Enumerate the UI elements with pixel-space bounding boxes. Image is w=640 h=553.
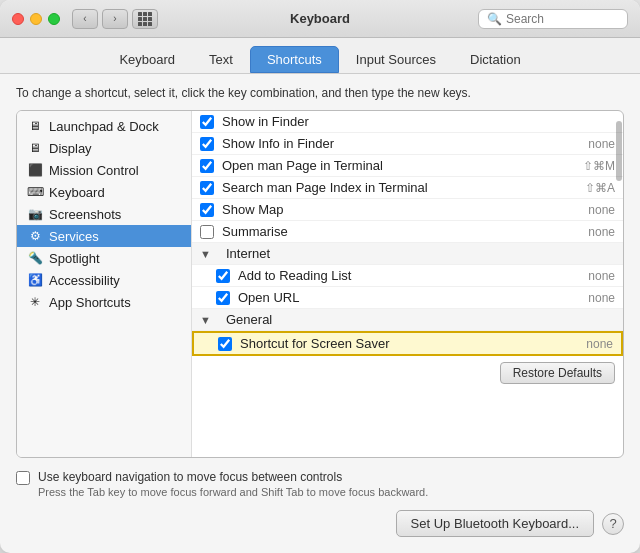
keyboard-nav-row: Use keyboard navigation to move focus be…	[16, 470, 624, 498]
sidebar-item-keyboard[interactable]: ⌨ Keyboard	[17, 181, 191, 203]
content: To change a shortcut, select it, click t…	[0, 74, 640, 553]
sidebar-item-label: Display	[49, 141, 92, 156]
sidebar-item-label: App Shortcuts	[49, 295, 131, 310]
scrollbar-track[interactable]	[615, 111, 623, 457]
section-header-general: ▼ General	[192, 309, 623, 331]
tab-text[interactable]: Text	[192, 46, 250, 73]
sidebar-item-label: Mission Control	[49, 163, 139, 178]
back-button[interactable]: ‹	[72, 9, 98, 29]
sidebar-item-screenshots[interactable]: 📷 Screenshots	[17, 203, 191, 225]
shortcut-key: none	[588, 137, 615, 151]
traffic-lights	[12, 13, 60, 25]
grid-icon	[138, 12, 152, 26]
shortcut-key: ⇧⌘A	[585, 181, 615, 195]
sidebar-item-label: Screenshots	[49, 207, 121, 222]
sidebar-item-label: Accessibility	[49, 273, 120, 288]
restore-defaults-button[interactable]: Restore Defaults	[500, 362, 615, 384]
shortcut-key: ⇧⌘M	[583, 159, 615, 173]
spotlight-icon: 🔦	[27, 250, 43, 266]
search-box[interactable]: 🔍	[478, 9, 628, 29]
shortcut-checkbox[interactable]	[216, 291, 230, 305]
table-row[interactable]: Show Info in Finder none	[192, 133, 623, 155]
section-label: General	[222, 312, 272, 327]
tabs-bar: Keyboard Text Shortcuts Input Sources Di…	[0, 38, 640, 74]
table-row[interactable]: Show Map none	[192, 199, 623, 221]
keyboard-nav-text-group: Use keyboard navigation to move focus be…	[38, 470, 428, 498]
shortcut-checkbox[interactable]	[200, 115, 214, 129]
sidebar-item-label: Launchpad & Dock	[49, 119, 159, 134]
shortcuts-pane: Show in Finder Show Info in Finder none …	[192, 111, 623, 457]
shortcut-checkbox[interactable]	[200, 181, 214, 195]
shortcut-checkbox[interactable]	[200, 203, 214, 217]
table-row[interactable]: Open URL none	[192, 287, 623, 309]
shortcut-key: none	[586, 337, 613, 351]
shortcut-name: Show Map	[222, 202, 580, 217]
forward-button[interactable]: ›	[102, 9, 128, 29]
tab-dictation[interactable]: Dictation	[453, 46, 538, 73]
shortcut-checkbox[interactable]	[216, 269, 230, 283]
shortcut-name: Shortcut for Screen Saver	[240, 336, 578, 351]
screenshots-icon: 📷	[27, 206, 43, 222]
mission-control-icon: ⬛	[27, 162, 43, 178]
setup-bluetooth-button[interactable]: Set Up Bluetooth Keyboard...	[396, 510, 594, 537]
section-header-internet: ▼ Internet	[192, 243, 623, 265]
titlebar: ‹ › Keyboard 🔍	[0, 0, 640, 38]
shortcut-name: Open URL	[238, 290, 580, 305]
shortcut-checkbox[interactable]	[200, 225, 214, 239]
sidebar-item-accessibility[interactable]: ♿ Accessibility	[17, 269, 191, 291]
tab-shortcuts[interactable]: Shortcuts	[250, 46, 339, 73]
sidebar: 🖥 Launchpad & Dock 🖥 Display ⬛ Mission C…	[17, 111, 192, 457]
shortcut-checkbox[interactable]	[200, 159, 214, 173]
footer-row: Set Up Bluetooth Keyboard... ?	[16, 504, 624, 537]
tab-input-sources[interactable]: Input Sources	[339, 46, 453, 73]
sidebar-item-mission-control[interactable]: ⬛ Mission Control	[17, 159, 191, 181]
maximize-button[interactable]	[48, 13, 60, 25]
scrollbar-thumb[interactable]	[616, 121, 622, 181]
table-row[interactable]: Show in Finder	[192, 111, 623, 133]
sidebar-item-services[interactable]: ⚙ Services	[17, 225, 191, 247]
sidebar-item-app-shortcuts[interactable]: ✳ App Shortcuts	[17, 291, 191, 313]
close-button[interactable]	[12, 13, 24, 25]
shortcut-name: Add to Reading List	[238, 268, 580, 283]
shortcut-checkbox[interactable]	[200, 137, 214, 151]
shortcut-name: Search man Page Index in Terminal	[222, 180, 577, 195]
keyboard-nav-label: Use keyboard navigation to move focus be…	[38, 470, 428, 484]
minimize-button[interactable]	[30, 13, 42, 25]
table-row[interactable]: Shortcut for Screen Saver none	[192, 331, 623, 356]
sidebar-item-label: Spotlight	[49, 251, 100, 266]
shortcut-name: Show in Finder	[222, 114, 607, 129]
hint-text: To change a shortcut, select it, click t…	[16, 86, 624, 100]
sidebar-item-spotlight[interactable]: 🔦 Spotlight	[17, 247, 191, 269]
search-icon: 🔍	[487, 12, 502, 26]
table-row[interactable]: Summarise none	[192, 221, 623, 243]
shortcut-key: none	[588, 203, 615, 217]
section-collapse-icon[interactable]: ▼	[200, 314, 222, 326]
bottom-area: Use keyboard navigation to move focus be…	[16, 458, 624, 541]
window: ‹ › Keyboard 🔍 Keyboard Text Shortcuts I…	[0, 0, 640, 553]
display-icon: 🖥	[27, 140, 43, 156]
section-collapse-icon[interactable]: ▼	[200, 248, 222, 260]
app-shortcuts-icon: ✳	[27, 294, 43, 310]
sidebar-item-display[interactable]: 🖥 Display	[17, 137, 191, 159]
shortcut-checkbox[interactable]	[218, 337, 232, 351]
services-icon: ⚙	[27, 228, 43, 244]
nav-buttons: ‹ ›	[72, 9, 128, 29]
main-area: 🖥 Launchpad & Dock 🖥 Display ⬛ Mission C…	[16, 110, 624, 458]
keyboard-nav-checkbox[interactable]	[16, 471, 30, 485]
table-row[interactable]: Add to Reading List none	[192, 265, 623, 287]
shortcut-key: none	[588, 225, 615, 239]
launchpad-icon: 🖥	[27, 118, 43, 134]
window-title: Keyboard	[290, 11, 350, 26]
table-row[interactable]: Open man Page in Terminal ⇧⌘M	[192, 155, 623, 177]
accessibility-icon: ♿	[27, 272, 43, 288]
shortcut-name: Summarise	[222, 224, 580, 239]
keyboard-icon: ⌨	[27, 184, 43, 200]
search-input[interactable]	[506, 12, 619, 26]
table-row[interactable]: Search man Page Index in Terminal ⇧⌘A	[192, 177, 623, 199]
tab-keyboard[interactable]: Keyboard	[102, 46, 192, 73]
shortcut-name: Open man Page in Terminal	[222, 158, 575, 173]
shortcut-key: none	[588, 291, 615, 305]
grid-button[interactable]	[132, 9, 158, 29]
sidebar-item-launchpad[interactable]: 🖥 Launchpad & Dock	[17, 115, 191, 137]
help-button[interactable]: ?	[602, 513, 624, 535]
